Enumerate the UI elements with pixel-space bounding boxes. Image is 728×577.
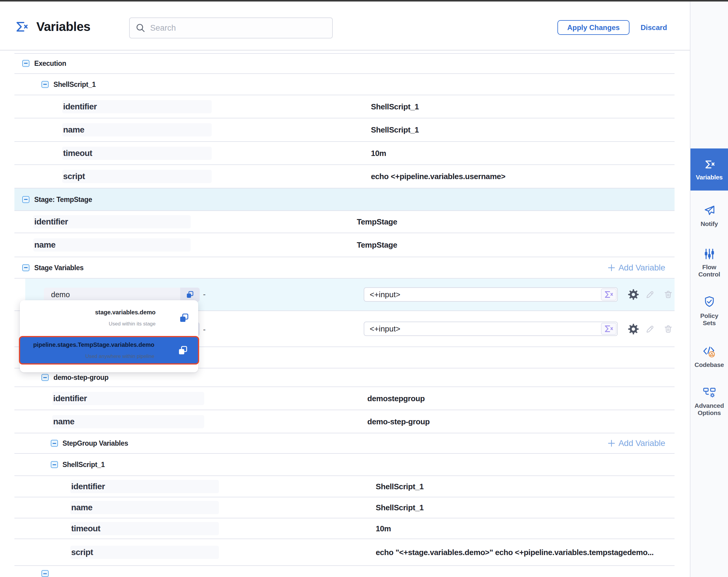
field-label-pill: timeout: [62, 147, 212, 160]
field-label: timeout: [62, 148, 92, 158]
add-variable-label: Add Variable: [618, 438, 665, 448]
collapse-minus-icon[interactable]: [42, 374, 49, 381]
field-label-pill: timeout: [70, 522, 219, 535]
delete-trash-icon[interactable]: [664, 324, 673, 335]
field-label: identifier: [70, 482, 105, 491]
field-label-pill: name: [52, 415, 204, 428]
field-value: ShellScript_1: [376, 482, 424, 491]
panel-header: Variables Apply Changes Discard: [0, 1, 690, 50]
field-label-pill: script: [70, 546, 219, 559]
rail-item-notify[interactable]: Notify: [691, 204, 728, 227]
field-value: ShellScript_1: [371, 125, 419, 135]
window-top-bar: [0, 0, 728, 1]
field-value: TempStage: [357, 217, 397, 227]
edit-pencil-icon[interactable]: [645, 324, 654, 335]
variables-sigma-icon: [15, 21, 28, 33]
copy-icon[interactable]: [179, 313, 189, 323]
collapse-minus-icon[interactable]: [42, 570, 49, 577]
field-value: TempStage: [357, 241, 397, 250]
popover-item-pipeline-scope[interactable]: pipeline.stages.TempStage.variables.demo…: [19, 336, 199, 365]
field-label: identifier: [62, 102, 97, 111]
field-label-pill: identifier: [70, 480, 219, 493]
section-label[interactable]: StepGroup Variables: [62, 440, 128, 448]
section-label[interactable]: ShellScript_1: [62, 461, 105, 469]
field-row-identifier: identifier demostepgroup: [15, 387, 675, 410]
settings-gear-icon[interactable]: [628, 289, 639, 301]
section-label[interactable]: Stage Variables: [34, 264, 83, 272]
field-row-identifier: identifier TempStage: [15, 211, 675, 233]
rail-item-advanced-options[interactable]: Advanced Options: [691, 386, 728, 417]
field-value: demo-step-group: [367, 417, 430, 426]
field-label-pill: name: [33, 238, 191, 252]
popover-item-title: pipeline.stages.TempStage.variables.demo: [33, 342, 154, 348]
tree-section-execution: Execution: [15, 53, 675, 74]
field-value: demostepgroup: [367, 394, 425, 403]
codebase-icon: [703, 345, 716, 358]
variable-value-input[interactable]: <+input>: [364, 287, 618, 302]
rail-item-policy-sets[interactable]: Policy Sets: [691, 296, 728, 327]
apply-changes-button[interactable]: Apply Changes: [557, 20, 629, 35]
variable-name-input[interactable]: demo: [44, 287, 200, 302]
search-icon: [136, 23, 145, 33]
collapse-minus-icon[interactable]: [22, 60, 29, 67]
rail-item-label: Variables: [696, 174, 723, 181]
collapse-minus-icon[interactable]: [22, 196, 29, 203]
field-row-script: script echo "<+stage.variables.demo>" ec…: [15, 539, 675, 566]
add-variable-button[interactable]: Add Variable: [607, 438, 665, 448]
collapse-minus-icon[interactable]: [51, 461, 58, 468]
tree-section-shellscript-1: ShellScript_1: [15, 74, 675, 95]
section-label[interactable]: ShellScript_1: [53, 80, 96, 89]
field-row-name: name TempStage: [15, 233, 675, 257]
copy-icon: [186, 291, 194, 299]
field-row-name: name ShellScript_1: [15, 497, 675, 519]
policy-shield-icon: [703, 296, 716, 309]
advanced-options-icon: [703, 386, 716, 399]
section-label[interactable]: Execution: [34, 59, 66, 67]
section-label[interactable]: demo-step-group: [53, 374, 108, 382]
rail-item-codebase[interactable]: Codebase: [691, 345, 728, 369]
field-value: 10m: [376, 524, 391, 533]
tree-section-partial: [15, 566, 675, 577]
field-label-pill: name: [70, 501, 219, 514]
field-label: identifier: [52, 394, 87, 403]
field-label: name: [52, 417, 75, 426]
add-variable-label: Add Variable: [618, 263, 665, 273]
field-label: script: [70, 548, 93, 557]
field-value: ShellScript_1: [376, 503, 424, 512]
field-value: ShellScript_1: [371, 102, 419, 111]
discard-button[interactable]: Discard: [641, 20, 667, 35]
rail-item-flow-control[interactable]: Flow Control: [691, 248, 728, 278]
settings-gear-icon[interactable]: [628, 324, 639, 336]
edit-pencil-icon[interactable]: [645, 290, 654, 301]
tree-section-shellscript-1: ShellScript_1: [15, 454, 675, 476]
popover-item-subtitle: Used anywhere within pipeline: [85, 353, 154, 359]
field-label-pill: identifier: [52, 392, 204, 405]
search-input[interactable]: [150, 23, 318, 33]
collapse-minus-icon[interactable]: [51, 440, 58, 447]
sigma-x-icon: [604, 325, 614, 333]
field-row-name: name demo-step-group: [15, 410, 675, 433]
variable-value-input[interactable]: <+input>: [364, 322, 618, 336]
popover-item-subtitle: Used within its stage: [109, 321, 156, 327]
copy-icon[interactable]: [178, 345, 188, 355]
field-row-timeout: timeout 10m: [15, 142, 675, 165]
collapse-minus-icon[interactable]: [42, 81, 49, 88]
expression-sigma-button[interactable]: [601, 323, 617, 335]
rail-item-label: Codebase: [695, 361, 724, 369]
collapse-minus-icon[interactable]: [22, 264, 29, 271]
field-row-name: name ShellScript_1: [15, 118, 675, 142]
rail-item-variables[interactable]: Variables: [691, 148, 728, 191]
right-rail: Variables Notify Flow Control Policy Set…: [690, 1, 728, 577]
tree-section-stage-tempstage: Stage: TempStage: [15, 189, 675, 211]
popover-item-stage-scope[interactable]: stage.variables.demo Used within its sta…: [20, 304, 198, 331]
expression-sigma-button[interactable]: [601, 288, 617, 301]
field-label-pill: name: [62, 123, 212, 136]
field-value: 10m: [371, 148, 386, 158]
variable-required-separator: -: [203, 290, 206, 299]
field-value: echo <+pipeline.variables.username>: [371, 172, 505, 181]
delete-trash-icon[interactable]: [664, 290, 673, 301]
copy-name-button[interactable]: [180, 287, 200, 302]
add-variable-button[interactable]: Add Variable: [607, 263, 665, 273]
section-label[interactable]: Stage: TempStage: [34, 195, 92, 203]
field-label: name: [33, 240, 56, 250]
